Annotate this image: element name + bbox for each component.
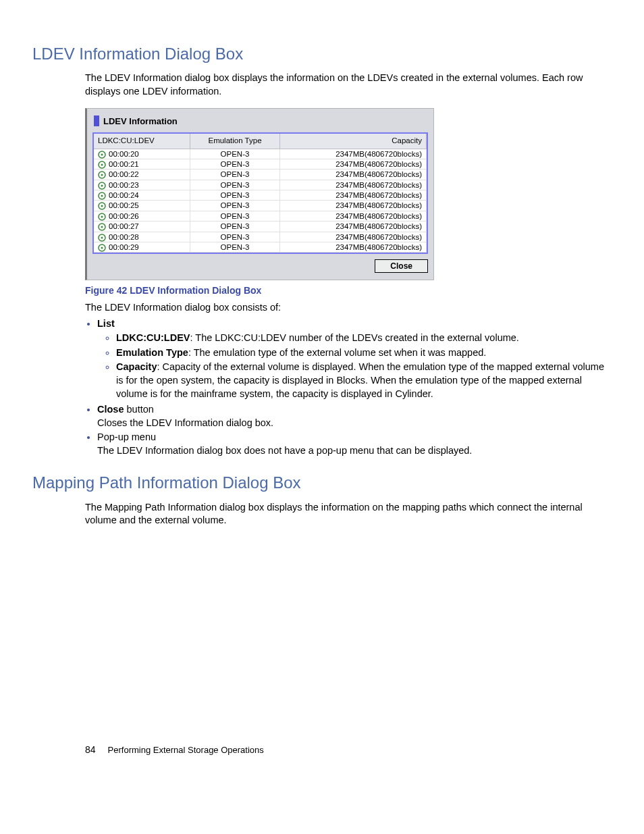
- cell-capacity: 2347MB(4806720blocks): [280, 221, 427, 232]
- cell-emulation: OPEN-3: [190, 232, 280, 242]
- svg-point-7: [101, 184, 103, 186]
- cell-capacity: 2347MB(4806720blocks): [280, 170, 427, 180]
- ldev-table: LDKC:CU:LDEV Emulation Type Capacity 00:…: [94, 134, 427, 253]
- svg-point-1: [101, 153, 103, 155]
- cell-ldev: 00:00:26: [94, 211, 190, 221]
- table-row[interactable]: 00:00:22OPEN-32347MB(4806720blocks): [94, 170, 427, 180]
- table-row[interactable]: 00:00:25OPEN-32347MB(4806720blocks): [94, 201, 427, 211]
- svg-point-13: [101, 215, 103, 217]
- desc-capacity: : Capacity of the external volume is dis…: [116, 361, 604, 398]
- desc-close: Closes the LDEV Information dialog box.: [97, 417, 273, 428]
- table-row[interactable]: 00:00:24OPEN-32347MB(4806720blocks): [94, 190, 427, 201]
- cell-ldev: 00:00:20: [94, 149, 190, 159]
- dialog-title: LDEV Information: [103, 115, 178, 128]
- sub-item-ldkc: LDKC:CU:LDEV: The LDKC:CU:LDEV number of…: [116, 332, 612, 345]
- section-heading-mapping: Mapping Path Information Dialog Box: [32, 472, 612, 494]
- ldev-dialog: LDEV Information LDKC:CU:LDEV Emulation …: [85, 108, 434, 281]
- svg-point-11: [101, 205, 103, 207]
- cell-capacity: 2347MB(4806720blocks): [280, 149, 427, 159]
- page-number: 84: [85, 744, 96, 756]
- table-row[interactable]: 00:00:27OPEN-32347MB(4806720blocks): [94, 221, 427, 232]
- cell-ldev: 00:00:21: [94, 159, 190, 169]
- dialog-title-row: LDEV Information: [94, 115, 428, 128]
- cell-emulation: OPEN-3: [190, 149, 280, 159]
- term-popup: Pop-up menu: [97, 432, 156, 442]
- cell-emulation: OPEN-3: [190, 211, 280, 221]
- list-item-popup: Pop-up menu The LDEV Information dialog …: [97, 431, 612, 457]
- cell-emulation: OPEN-3: [190, 201, 280, 211]
- table-row[interactable]: 00:00:26OPEN-32347MB(4806720blocks): [94, 211, 427, 221]
- svg-point-17: [101, 236, 103, 238]
- cell-capacity: 2347MB(4806720blocks): [280, 232, 427, 242]
- cell-capacity: 2347MB(4806720blocks): [280, 242, 427, 252]
- svg-point-3: [101, 163, 103, 165]
- cell-ldev: 00:00:29: [94, 242, 190, 252]
- suffix-close: button: [124, 404, 154, 415]
- cell-emulation: OPEN-3: [190, 242, 280, 252]
- col-ldkc[interactable]: LDKC:CU:LDEV: [94, 134, 190, 149]
- section-heading-ldev: LDEV Information Dialog Box: [32, 43, 612, 65]
- cell-ldev: 00:00:24: [94, 190, 190, 201]
- table-header-row: LDKC:CU:LDEV Emulation Type Capacity: [94, 134, 427, 149]
- section-intro-ldev: The LDEV Information dialog box displays…: [85, 72, 612, 98]
- cell-emulation: OPEN-3: [190, 159, 280, 169]
- cell-emulation: OPEN-3: [190, 170, 280, 180]
- cell-ldev: 00:00:28: [94, 232, 190, 242]
- sub-item-capacity: Capacity: Capacity of the external volum…: [116, 361, 612, 400]
- title-accent-bar: [94, 115, 99, 126]
- page-footer: 84 Performing External Storage Operation…: [32, 744, 612, 756]
- cell-capacity: 2347MB(4806720blocks): [280, 201, 427, 211]
- cell-ldev: 00:00:23: [94, 180, 190, 190]
- cell-emulation: OPEN-3: [190, 221, 280, 232]
- sub-item-emulation: Emulation Type: The emulation type of th…: [116, 346, 612, 360]
- term-emulation: Emulation Type: [116, 347, 188, 358]
- close-button[interactable]: Close: [375, 259, 428, 273]
- table-row[interactable]: 00:00:23OPEN-32347MB(4806720blocks): [94, 180, 427, 190]
- svg-point-9: [101, 195, 103, 197]
- svg-point-19: [101, 246, 103, 249]
- cell-ldev: 00:00:22: [94, 170, 190, 180]
- table-row[interactable]: 00:00:20OPEN-32347MB(4806720blocks): [94, 149, 427, 159]
- cell-emulation: OPEN-3: [190, 180, 280, 190]
- footer-title: Performing External Storage Operations: [108, 744, 264, 756]
- cell-ldev: 00:00:27: [94, 221, 190, 232]
- desc-emulation: : The emulation type of the external vol…: [188, 347, 486, 358]
- term-close: Close: [97, 404, 124, 415]
- figure-caption: Figure 42 LDEV Information Dialog Box: [85, 284, 612, 297]
- section-intro-mapping: The Mapping Path Information dialog box …: [85, 501, 612, 527]
- cell-capacity: 2347MB(4806720blocks): [280, 190, 427, 201]
- cell-emulation: OPEN-3: [190, 190, 280, 201]
- ldev-table-wrap: LDKC:CU:LDEV Emulation Type Capacity 00:…: [92, 132, 428, 254]
- table-row[interactable]: 00:00:21OPEN-32347MB(4806720blocks): [94, 159, 427, 169]
- cell-capacity: 2347MB(4806720blocks): [280, 211, 427, 221]
- cell-capacity: 2347MB(4806720blocks): [280, 180, 427, 190]
- list-item-list: List LDKC:CU:LDEV: The LDKC:CU:LDEV numb…: [97, 317, 612, 400]
- table-row[interactable]: 00:00:29OPEN-32347MB(4806720blocks): [94, 242, 427, 252]
- desc-ldkc: : The LDKC:CU:LDEV number of the LDEVs c…: [190, 332, 519, 343]
- desc-popup: The LDEV Information dialog box does not…: [97, 445, 472, 456]
- consists-of-intro: The LDEV Information dialog box consists…: [85, 301, 612, 315]
- col-emulation[interactable]: Emulation Type: [190, 134, 280, 149]
- cell-ldev: 00:00:25: [94, 201, 190, 211]
- term-ldkc: LDKC:CU:LDEV: [116, 332, 190, 343]
- term-capacity: Capacity: [116, 361, 157, 372]
- svg-point-15: [101, 226, 103, 228]
- list-item-close: Close button Closes the LDEV Information…: [97, 403, 612, 429]
- list-label: List: [97, 318, 115, 329]
- cell-capacity: 2347MB(4806720blocks): [280, 159, 427, 169]
- col-capacity[interactable]: Capacity: [280, 134, 427, 149]
- table-row[interactable]: 00:00:28OPEN-32347MB(4806720blocks): [94, 232, 427, 242]
- svg-point-5: [101, 174, 103, 176]
